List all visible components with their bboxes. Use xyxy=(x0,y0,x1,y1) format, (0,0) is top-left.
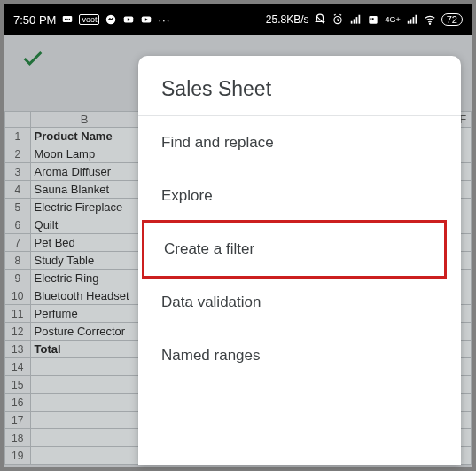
signal-type: 4G+ xyxy=(385,15,400,24)
wifi-icon xyxy=(424,13,436,26)
chat-icon xyxy=(61,13,74,26)
menu-item-data-validation[interactable]: Data validation xyxy=(138,276,461,329)
svg-point-19 xyxy=(429,23,430,24)
svg-rect-16 xyxy=(410,19,411,23)
popup-title: Sales Sheet xyxy=(138,72,461,115)
svg-rect-14 xyxy=(372,18,374,20)
menu-item-find-and-replace[interactable]: Find and replace xyxy=(138,116,461,169)
svg-rect-10 xyxy=(356,17,358,24)
alarm-icon xyxy=(332,13,344,26)
youtube-icon-2 xyxy=(140,13,152,26)
svg-rect-9 xyxy=(354,19,355,23)
youtube-icon xyxy=(122,13,135,26)
status-time: 7:50 PM xyxy=(13,13,56,27)
context-menu: Sales Sheet Find and replaceExploreCreat… xyxy=(138,56,461,465)
calendar-icon xyxy=(367,13,379,26)
svg-rect-15 xyxy=(408,21,410,24)
svg-rect-18 xyxy=(415,15,417,24)
bell-mute-icon xyxy=(314,13,326,26)
more-notifications-icon: ··· xyxy=(158,13,170,27)
messenger-icon xyxy=(105,13,117,26)
svg-rect-17 xyxy=(412,17,414,24)
menu-item-explore[interactable]: Explore xyxy=(138,169,461,223)
menu-item-create-a-filter[interactable]: Create a filter xyxy=(142,220,447,279)
menu-item-named-ranges[interactable]: Named ranges xyxy=(138,329,461,382)
signal-icon xyxy=(349,13,362,26)
svg-rect-11 xyxy=(359,15,361,24)
status-bar: 7:50 PM voot ··· 25.8KB/s xyxy=(4,4,472,35)
svg-point-1 xyxy=(65,19,66,20)
svg-rect-13 xyxy=(371,18,372,20)
signal-icon-2 xyxy=(406,13,418,26)
voot-label: voot xyxy=(79,14,99,25)
svg-point-3 xyxy=(69,19,71,20)
battery-indicator: 72 xyxy=(441,13,463,26)
net-speed: 25.8KB/s xyxy=(266,13,309,26)
svg-point-2 xyxy=(67,19,69,20)
svg-rect-12 xyxy=(370,16,378,24)
svg-rect-8 xyxy=(351,21,353,24)
